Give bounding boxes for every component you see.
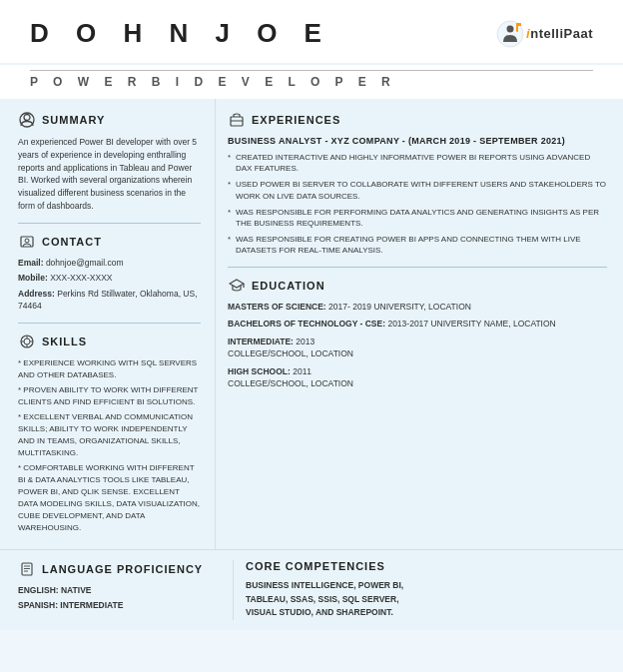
exp-bullet-1: CREATED INTERACTIVE AND HIGHLY INFORMATI… <box>228 152 607 174</box>
job-title: P O W E R B I D E V E L O P E R <box>30 75 593 89</box>
skill-item-4: * COMFORTABLE WORKING WITH DIFFERENT BI … <box>18 462 201 534</box>
briefcase-icon <box>228 111 246 129</box>
logo-icon <box>496 20 524 48</box>
svg-point-1 <box>507 25 514 32</box>
summary-label: Summary <box>42 114 105 126</box>
competencies-text: BUSINESS INTELLIGENCE, POWER BI, TABLEAU… <box>246 579 605 620</box>
svg-point-4 <box>24 115 30 121</box>
skills-label: SKILLS <box>42 336 87 347</box>
summary-text: An experienced Power BI developer with o… <box>18 136 201 213</box>
education-label: EDUCATION <box>252 280 325 292</box>
resume-page: D O H N J O E intelliPaat <box>0 0 623 630</box>
exp-bullet-3: WAS RESPONSIBLE FOR PERFORMING DATA ANAL… <box>228 207 607 229</box>
edu-item-3: INTERMEDIATE: 2013COLLEGE/SCHOOL, LOCATI… <box>228 336 607 360</box>
exp-bullet-2: USED POWER BI SERVER TO COLLABORATE WITH… <box>228 179 607 201</box>
contact-label: CONTACT <box>42 236 102 248</box>
svg-rect-18 <box>22 563 32 575</box>
main-content: Summary An experienced Power BI develope… <box>0 99 623 549</box>
skills-list: * EXPERIENCE WORKING WITH SQL SERVERS AN… <box>18 357 201 534</box>
subtitle-bar: P O W E R B I D E V E L O P E R <box>0 65 623 99</box>
divider-1 <box>18 223 201 224</box>
svg-rect-3 <box>516 23 521 26</box>
document-icon <box>18 560 36 578</box>
experience-section-title: EXPERIENCES <box>228 111 607 129</box>
logo-area: intelliPaat <box>496 20 593 48</box>
language-section-title: LANGUAGE PROFICIENCY <box>18 560 219 578</box>
skill-item-2: * PROVEN ABILITY TO WORK WITH DIFFERENT … <box>18 384 201 408</box>
bottom-section: LANGUAGE PROFICIENCY ENGLISH: NATIVE SPA… <box>0 549 623 630</box>
education-list: MASTERS OF SCIENCE: 2017- 2019 UNIVERSIT… <box>228 302 607 390</box>
competencies-label: CORE COMPETENCIES <box>246 560 385 572</box>
divider-2 <box>18 323 201 324</box>
language-label: LANGUAGE PROFICIENCY <box>42 563 203 575</box>
experience-company: BUSINESS ANALYST - XYZ COMPANY - (MARCH … <box>228 136 607 146</box>
ENGLISH: NATIVE: ENGLISH: NATIVE <box>18 585 219 595</box>
candidate-name: D O H N J O E <box>30 18 331 49</box>
skills-section-title: SKILLS <box>18 333 201 350</box>
experience-bullets: CREATED INTERACTIVE AND HIGHLY INFORMATI… <box>228 152 607 257</box>
right-column: EXPERIENCES BUSINESS ANALYST - XYZ COMPA… <box>215 99 623 549</box>
header: D O H N J O E intelliPaat <box>0 0 623 65</box>
skills-icon <box>18 333 36 350</box>
address-item: Address: Perkins Rd Stillwater, Oklahoma… <box>18 289 201 313</box>
divider-3 <box>228 267 607 268</box>
left-column: Summary An experienced Power BI develope… <box>0 99 215 549</box>
competencies-section-title: CORE COMPETENCIES <box>246 560 605 572</box>
skill-item-1: * EXPERIENCE WORKING WITH SQL SERVERS AN… <box>18 357 201 381</box>
subtitle-divider <box>30 70 593 71</box>
contact-section-title: CONTACT <box>18 233 201 251</box>
email-item: Email: dohnjoe@gmail.com <box>18 258 201 270</box>
svg-marker-16 <box>230 280 244 288</box>
competencies-section: CORE COMPETENCIES BUSINESS INTELLIGENCE,… <box>233 560 605 620</box>
education-section-title: EDUCATION <box>228 277 607 295</box>
lang-item-2: SPANISH: INTERMEDIATE <box>18 600 219 610</box>
svg-point-7 <box>25 239 29 243</box>
contact-icon <box>18 233 36 251</box>
edu-item-2: BACHELORS OF TECHNOLOGY - CSE: 2013-2017… <box>228 319 607 331</box>
svg-point-9 <box>24 338 30 344</box>
skill-item-3: * EXCELLENT VERBAL AND COMMUNICATION SKI… <box>18 411 201 459</box>
language-section: LANGUAGE PROFICIENCY ENGLISH: NATIVE SPA… <box>18 560 233 620</box>
summary-section-title: Summary <box>18 111 201 129</box>
person-icon <box>18 111 36 129</box>
experience-label: EXPERIENCES <box>252 114 340 126</box>
mobile-item: Mobile: XXX-XXX-XXXX <box>18 273 201 285</box>
edu-item-4: HIGH SCHOOL: 2011COLLEGE/SCHOOL, LOCATIO… <box>228 366 607 390</box>
graduation-icon <box>228 277 246 295</box>
intellipaat-logo: intelliPaat <box>496 20 593 48</box>
edu-item-1: MASTERS OF SCIENCE: 2017- 2019 UNIVERSIT… <box>228 302 607 314</box>
exp-bullet-4: WAS RESPONSIBLE FOR CREATING POWER BI AP… <box>228 234 607 256</box>
